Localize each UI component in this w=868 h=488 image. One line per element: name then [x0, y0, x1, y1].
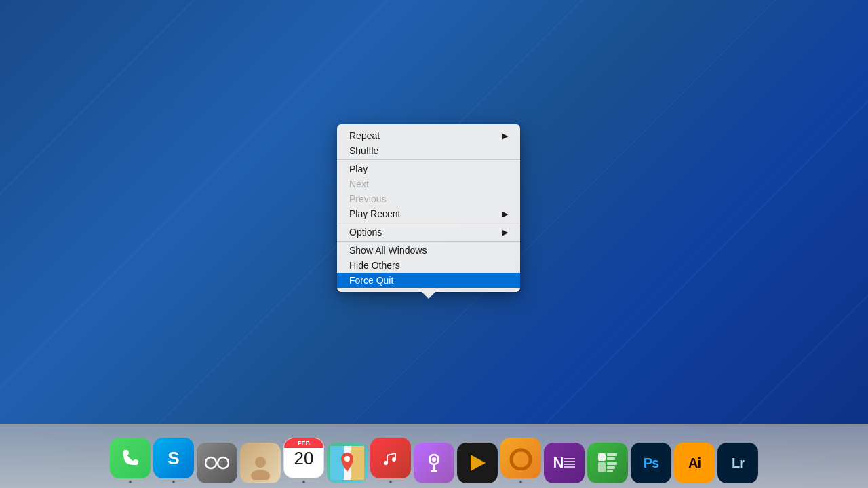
- dock-icon-onenote: N: [544, 443, 585, 483]
- dock-item-numbers[interactable]: [587, 443, 628, 483]
- dock-dot-vinyls: [519, 481, 522, 483]
- context-menu: Repeat ▶ Shuffle Play Next Previous Play…: [337, 124, 520, 292]
- svg-rect-21: [607, 457, 615, 460]
- svg-marker-8: [330, 446, 344, 480]
- calendar-month: FEB: [284, 438, 323, 448]
- menu-item-options-label: Options: [349, 225, 382, 240]
- dock-item-contacts[interactable]: [240, 443, 281, 483]
- dock-icon-plex: [457, 443, 498, 483]
- dock-items: S: [110, 429, 758, 483]
- svg-rect-19: [598, 453, 606, 461]
- menu-item-shuffle[interactable]: Shuffle: [337, 143, 520, 158]
- svg-point-0: [205, 457, 216, 468]
- svg-point-6: [251, 470, 270, 480]
- dock-icon-illustrator: Ai: [674, 443, 715, 483]
- menu-item-repeat[interactable]: Repeat ▶: [337, 128, 520, 143]
- menu-section-playback: Play Next Previous Play Recent ▶: [337, 159, 520, 223]
- menu-item-force-quit[interactable]: Force Quit: [337, 273, 520, 288]
- dock-icon-papers: [197, 443, 237, 483]
- dock: S: [0, 424, 868, 488]
- dock-icon-music: [370, 438, 411, 478]
- menu-item-options-arrow: ▶: [502, 225, 508, 240]
- dock-icon-contacts: [240, 443, 281, 483]
- dock-item-papers[interactable]: [197, 443, 237, 483]
- svg-point-16: [432, 457, 436, 462]
- menu-item-force-quit-label: Force Quit: [349, 273, 393, 288]
- dock-icon-numbers: [587, 443, 628, 483]
- menu-section-window: Show All Windows Hide Others Force Quit: [337, 241, 520, 289]
- svg-marker-10: [351, 446, 364, 480]
- menu-item-repeat-label: Repeat: [349, 128, 380, 143]
- dock-item-vinyls[interactable]: [500, 438, 541, 483]
- menu-item-show-all-windows-label: Show All Windows: [349, 243, 427, 258]
- svg-rect-24: [607, 466, 615, 469]
- menu-item-next-label: Next: [349, 176, 369, 191]
- dock-icon-photoshop: Ps: [631, 443, 671, 483]
- menu-item-hide-others-label: Hide Others: [349, 258, 400, 273]
- svg-rect-25: [607, 470, 613, 472]
- menu-item-previous-label: Previous: [349, 191, 386, 206]
- menu-item-repeat-arrow: ▶: [502, 128, 508, 143]
- dock-item-music[interactable]: [370, 438, 411, 483]
- dock-item-photoshop[interactable]: Ps: [631, 443, 671, 483]
- menu-item-options[interactable]: Options ▶: [337, 225, 520, 240]
- calendar-day: 20: [294, 449, 314, 467]
- dock-dot-calendar: [302, 481, 305, 483]
- menu-item-show-all-windows[interactable]: Show All Windows: [337, 243, 520, 258]
- svg-marker-18: [471, 455, 486, 471]
- svg-point-5: [255, 457, 266, 468]
- menu-item-play-label: Play: [349, 162, 368, 176]
- svg-point-11: [344, 456, 350, 462]
- dock-item-maps[interactable]: [327, 443, 368, 483]
- dock-item-illustrator[interactable]: Ai: [674, 443, 715, 483]
- menu-item-previous: Previous: [337, 191, 520, 206]
- menu-item-shuffle-label: Shuffle: [349, 143, 378, 158]
- dock-item-plex[interactable]: [457, 443, 498, 483]
- dock-dot-music: [389, 481, 392, 483]
- menu-item-play[interactable]: Play: [337, 162, 520, 176]
- svg-rect-22: [598, 462, 606, 472]
- dock-item-skype[interactable]: S: [153, 438, 194, 483]
- dock-item-onenote[interactable]: N: [544, 443, 585, 483]
- menu-item-hide-others[interactable]: Hide Others: [337, 258, 520, 273]
- menu-section-options: Options ▶: [337, 223, 520, 241]
- dock-icon-lightroom: Lr: [717, 443, 758, 483]
- menu-item-play-recent-label: Play Recent: [349, 206, 400, 221]
- menu-section-repeat-shuffle: Repeat ▶ Shuffle: [337, 127, 520, 159]
- dock-icon-skype: S: [153, 438, 194, 478]
- svg-rect-23: [607, 462, 617, 465]
- svg-rect-20: [607, 453, 617, 456]
- menu-item-next: Next: [337, 176, 520, 191]
- dock-item-podcasts[interactable]: [414, 443, 454, 483]
- menu-item-play-recent-arrow: ▶: [502, 206, 508, 221]
- dock-icon-calendar: FEB 20: [283, 438, 324, 478]
- dock-dot-phone: [129, 481, 132, 483]
- dock-item-phone[interactable]: [110, 438, 151, 483]
- svg-point-1: [218, 457, 229, 468]
- desktop: Repeat ▶ Shuffle Play Next Previous Play…: [0, 0, 868, 488]
- dock-icon-phone: [110, 438, 151, 478]
- dock-dot-skype: [172, 481, 175, 483]
- dock-icon-vinyls: [500, 438, 541, 478]
- menu-item-play-recent[interactable]: Play Recent ▶: [337, 206, 520, 221]
- dock-item-calendar[interactable]: FEB 20: [283, 438, 324, 483]
- dock-item-lightroom[interactable]: Lr: [717, 443, 758, 483]
- dock-icon-podcasts: [414, 443, 454, 483]
- dock-icon-maps: [327, 443, 368, 483]
